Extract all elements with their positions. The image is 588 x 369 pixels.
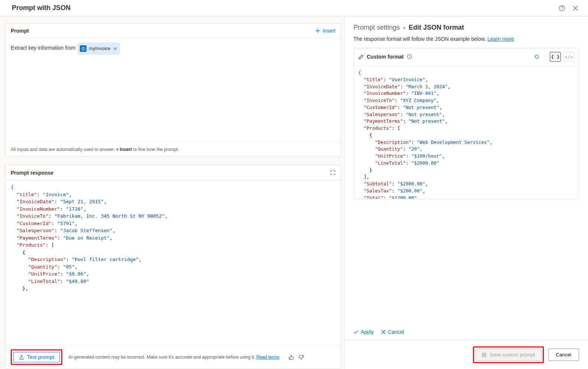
code-view-button[interactable]: </> bbox=[563, 52, 574, 62]
undo-icon[interactable] bbox=[531, 52, 542, 62]
prompt-panel-header: Prompt Insert bbox=[6, 23, 341, 38]
settings-actions: Apply Cancel bbox=[344, 324, 588, 340]
save-button[interactable]: Save custom prompt bbox=[475, 349, 541, 361]
breadcrumb: Prompt settings › Edit JSON format bbox=[344, 16, 588, 34]
header-bar: Prompt with JSON bbox=[0, 0, 588, 16]
response-panel: Prompt response { "title": "Invoice", "I… bbox=[5, 165, 341, 369]
insert-label: Insert bbox=[323, 28, 336, 34]
prompt-hint: All inputs and data are automatically us… bbox=[6, 142, 341, 157]
format-title: Custom format bbox=[367, 54, 404, 60]
document-icon bbox=[80, 45, 86, 52]
apply-button[interactable]: Apply bbox=[353, 329, 374, 335]
breadcrumb-current: Edit JSON format bbox=[409, 24, 464, 31]
chip-close-icon[interactable] bbox=[113, 47, 118, 50]
svg-point-1 bbox=[562, 9, 562, 10]
prompt-text: Extract key information from bbox=[11, 43, 75, 53]
test-prompt-highlight: Test prompt bbox=[11, 349, 62, 365]
settings-description: The response format will follow the JSON… bbox=[344, 34, 588, 48]
input-chip[interactable]: myInvoice bbox=[78, 43, 120, 55]
response-panel-title: Prompt response bbox=[11, 170, 53, 176]
read-terms-link[interactable]: Read terms bbox=[257, 355, 280, 360]
format-toolbar: { } </> bbox=[531, 52, 574, 62]
prompt-body[interactable]: Extract key information from myInvoice bbox=[6, 38, 341, 142]
chevron-right-icon: › bbox=[403, 24, 405, 31]
thumbs-up-icon[interactable] bbox=[288, 355, 294, 360]
bottom-bar: Save custom prompt Cancel bbox=[344, 340, 588, 369]
expand-icon[interactable] bbox=[330, 170, 336, 175]
prompt-panel: Prompt Insert Extract key information fr… bbox=[5, 23, 341, 157]
prompt-panel-title: Prompt bbox=[11, 28, 29, 34]
learn-more-link[interactable]: Learn more bbox=[487, 36, 514, 42]
main: Prompt Insert Extract key information fr… bbox=[0, 16, 588, 369]
format-json[interactable]: { "title": "UserInvoice", "InvoiceDate":… bbox=[354, 65, 579, 199]
right-body: Custom format { } </> { "title": "UserIn… bbox=[344, 48, 588, 324]
close-icon bbox=[381, 330, 386, 334]
custom-format-card: Custom format { } </> { "title": "UserIn… bbox=[353, 48, 579, 199]
response-json[interactable]: { "title": "Invoice", "InvoiceDate": "Se… bbox=[6, 180, 341, 345]
left-column: Prompt Insert Extract key information fr… bbox=[0, 16, 344, 369]
check-icon bbox=[353, 329, 359, 335]
beaker-icon bbox=[19, 355, 24, 360]
cancel-button[interactable]: Cancel bbox=[548, 349, 579, 361]
close-icon[interactable] bbox=[572, 4, 579, 12]
feedback-thumbs bbox=[288, 355, 304, 360]
right-column: Prompt settings › Edit JSON format The r… bbox=[344, 16, 588, 369]
test-prompt-button[interactable]: Test prompt bbox=[13, 352, 60, 362]
header-actions bbox=[558, 4, 579, 12]
json-view-button[interactable]: { } bbox=[550, 52, 561, 62]
plus-icon bbox=[315, 28, 320, 33]
info-icon[interactable] bbox=[407, 54, 412, 59]
help-icon[interactable] bbox=[558, 4, 566, 12]
disclaimer-text: AI-generated content may be incorrect. M… bbox=[68, 355, 280, 360]
page-title: Prompt with JSON bbox=[12, 4, 71, 12]
format-card-header: Custom format { } </> bbox=[354, 48, 579, 65]
save-icon bbox=[481, 352, 487, 358]
breadcrumb-root[interactable]: Prompt settings bbox=[353, 24, 400, 31]
insert-button[interactable]: Insert bbox=[315, 28, 336, 34]
response-panel-header: Prompt response bbox=[6, 165, 341, 180]
thumbs-down-icon[interactable] bbox=[298, 355, 304, 360]
save-highlight: Save custom prompt bbox=[473, 346, 543, 363]
chip-label: myInvoice bbox=[89, 43, 111, 54]
cancel-link[interactable]: Cancel bbox=[381, 329, 404, 335]
response-footer: Test prompt AI-generated content may be … bbox=[6, 345, 341, 369]
edit-icon bbox=[358, 54, 364, 60]
